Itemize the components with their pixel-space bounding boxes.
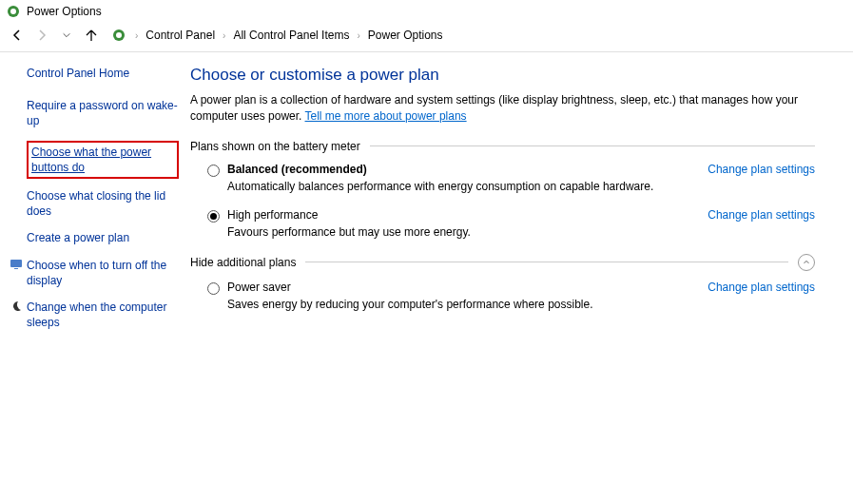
svg-point-1 bbox=[10, 9, 16, 14]
section-title: Plans shown on the battery meter bbox=[190, 140, 360, 153]
section-title: Hide additional plans bbox=[190, 256, 296, 269]
sleep-icon bbox=[10, 300, 23, 313]
change-plan-settings-link[interactable]: Change plan settings bbox=[708, 281, 815, 294]
plan-desc: Automatically balances performance with … bbox=[227, 180, 653, 193]
breadcrumb-item[interactable]: Power Options bbox=[368, 29, 443, 42]
window-title: Power Options bbox=[27, 5, 102, 18]
divider bbox=[305, 262, 788, 262]
collapse-toggle-icon[interactable] bbox=[798, 254, 815, 271]
sidebar-link-power-buttons[interactable]: Choose what the power buttons do bbox=[27, 141, 179, 179]
sidebar-link-create-plan[interactable]: Create a power plan bbox=[27, 230, 179, 245]
radio-high-performance[interactable] bbox=[207, 210, 220, 223]
breadcrumb[interactable]: › Control Panel › All Control Panel Item… bbox=[107, 25, 845, 46]
svg-rect-4 bbox=[10, 260, 22, 267]
main-panel: Choose or customise a power plan A power… bbox=[190, 66, 853, 341]
up-button[interactable] bbox=[82, 26, 101, 45]
page-heading: Choose or customise a power plan bbox=[190, 66, 815, 85]
plan-high-performance: High performance Favours performance but… bbox=[207, 208, 815, 239]
recent-dropdown-icon[interactable] bbox=[57, 26, 76, 45]
sidebar-link-require-password[interactable]: Require a password on wake-up bbox=[27, 98, 179, 128]
tell-me-more-link[interactable]: Tell me more about power plans bbox=[305, 109, 467, 123]
content-area: Control Panel Home Require a password on… bbox=[0, 52, 853, 341]
chevron-right-icon[interactable]: › bbox=[357, 30, 359, 41]
plan-desc: Saves energy by reducing your computer's… bbox=[227, 298, 593, 311]
chevron-right-icon[interactable]: › bbox=[223, 30, 225, 41]
chevron-right-icon[interactable]: › bbox=[135, 30, 138, 41]
forward-button[interactable] bbox=[32, 26, 51, 45]
radio-power-saver[interactable] bbox=[207, 282, 220, 295]
title-bar: Power Options bbox=[0, 0, 853, 23]
power-options-icon bbox=[110, 27, 127, 44]
radio-balanced[interactable] bbox=[207, 165, 220, 177]
plan-desc: Favours performance but may use more ene… bbox=[227, 225, 471, 239]
change-plan-settings-link[interactable]: Change plan settings bbox=[708, 208, 815, 222]
plan-name[interactable]: Balanced (recommended) bbox=[227, 163, 653, 176]
plan-power-saver: Power saver Saves energy by reducing you… bbox=[207, 281, 815, 311]
sidebar-link-computer-sleeps[interactable]: Change when the computer sleeps bbox=[27, 300, 179, 330]
divider bbox=[370, 145, 815, 146]
back-button[interactable] bbox=[8, 26, 27, 45]
control-panel-home-link[interactable]: Control Panel Home bbox=[27, 66, 179, 81]
power-options-icon bbox=[6, 4, 21, 19]
display-icon bbox=[10, 258, 23, 271]
sidebar-link-closing-lid[interactable]: Choose what closing the lid does bbox=[27, 188, 179, 219]
change-plan-settings-link[interactable]: Change plan settings bbox=[708, 163, 815, 176]
battery-meter-section-label: Plans shown on the battery meter bbox=[190, 140, 815, 153]
intro-body: A power plan is a collection of hardware… bbox=[190, 93, 798, 123]
plan-name[interactable]: Power saver bbox=[227, 281, 593, 294]
intro-text: A power plan is a collection of hardware… bbox=[190, 92, 815, 125]
svg-point-3 bbox=[116, 32, 122, 38]
breadcrumb-item[interactable]: All Control Panel Items bbox=[233, 29, 349, 42]
breadcrumb-item[interactable]: Control Panel bbox=[145, 29, 215, 42]
plan-name[interactable]: High performance bbox=[227, 208, 471, 222]
plan-balanced: Balanced (recommended) Automatically bal… bbox=[207, 163, 815, 193]
svg-rect-5 bbox=[14, 268, 18, 269]
nav-row: › Control Panel › All Control Panel Item… bbox=[0, 23, 853, 52]
sidebar-link-turn-off-display[interactable]: Choose when to turn off the display bbox=[27, 258, 179, 288]
sidebar: Control Panel Home Require a password on… bbox=[0, 66, 190, 341]
hide-additional-plans-label: Hide additional plans bbox=[190, 254, 815, 271]
